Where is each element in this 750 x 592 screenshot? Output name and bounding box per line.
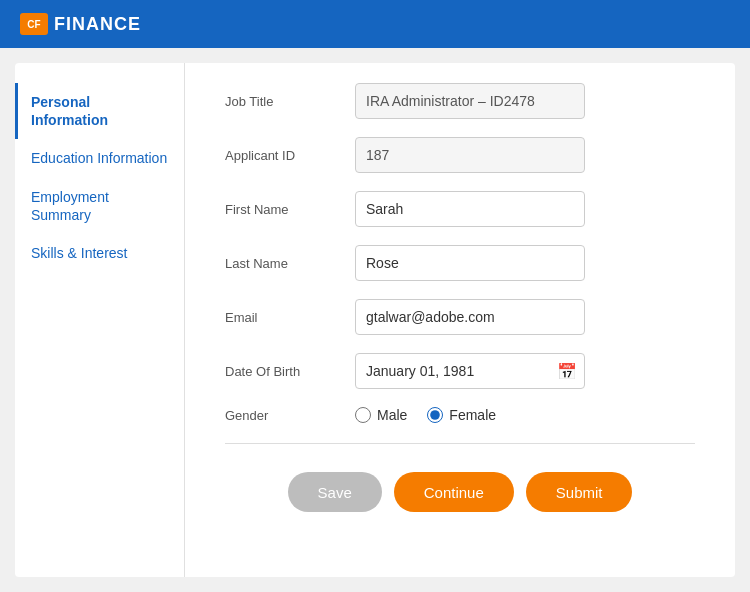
applicant-id-input[interactable] xyxy=(355,137,585,173)
gender-female-label: Female xyxy=(449,407,496,423)
first-name-row: First Name xyxy=(225,191,695,227)
form-divider xyxy=(225,443,695,444)
gender-male-radio[interactable] xyxy=(355,407,371,423)
job-title-label: Job Title xyxy=(225,94,355,109)
logo-icon: CF xyxy=(20,13,48,35)
email-label: Email xyxy=(225,310,355,325)
sidebar-item-personal[interactable]: Personal Information xyxy=(15,83,184,139)
last-name-row: Last Name xyxy=(225,245,695,281)
last-name-input[interactable] xyxy=(355,245,585,281)
sidebar-item-skills[interactable]: Skills & Interest xyxy=(15,234,184,272)
main-container: Personal Information Education Informati… xyxy=(15,63,735,577)
button-row: Save Continue Submit xyxy=(225,464,695,512)
first-name-input[interactable] xyxy=(355,191,585,227)
sidebar-item-employment[interactable]: Employment Summary xyxy=(15,178,184,234)
app-logo: CF FINANCE xyxy=(20,13,141,35)
email-input[interactable] xyxy=(355,299,585,335)
applicant-id-label: Applicant ID xyxy=(225,148,355,163)
gender-female-option[interactable]: Female xyxy=(427,407,496,423)
sidebar-item-education[interactable]: Education Information xyxy=(15,139,184,177)
last-name-label: Last Name xyxy=(225,256,355,271)
job-title-row: Job Title xyxy=(225,83,695,119)
email-row: Email xyxy=(225,299,695,335)
dob-row: Date Of Birth 📅 xyxy=(225,353,695,389)
dob-label: Date Of Birth xyxy=(225,364,355,379)
gender-male-label: Male xyxy=(377,407,407,423)
job-title-input[interactable] xyxy=(355,83,585,119)
gender-female-radio[interactable] xyxy=(427,407,443,423)
form-area: Job Title Applicant ID First Name Last N… xyxy=(185,63,735,577)
save-button[interactable]: Save xyxy=(288,472,382,512)
gender-label: Gender xyxy=(225,408,355,423)
gender-male-option[interactable]: Male xyxy=(355,407,407,423)
continue-button[interactable]: Continue xyxy=(394,472,514,512)
app-header: CF FINANCE xyxy=(0,0,750,48)
submit-button[interactable]: Submit xyxy=(526,472,633,512)
applicant-id-row: Applicant ID xyxy=(225,137,695,173)
first-name-label: First Name xyxy=(225,202,355,217)
gender-row: Gender Male Female xyxy=(225,407,695,423)
gender-options: Male Female xyxy=(355,407,496,423)
sidebar: Personal Information Education Informati… xyxy=(15,63,185,577)
logo-text: FINANCE xyxy=(54,14,141,35)
dob-wrapper: 📅 xyxy=(355,353,585,389)
dob-input[interactable] xyxy=(355,353,585,389)
